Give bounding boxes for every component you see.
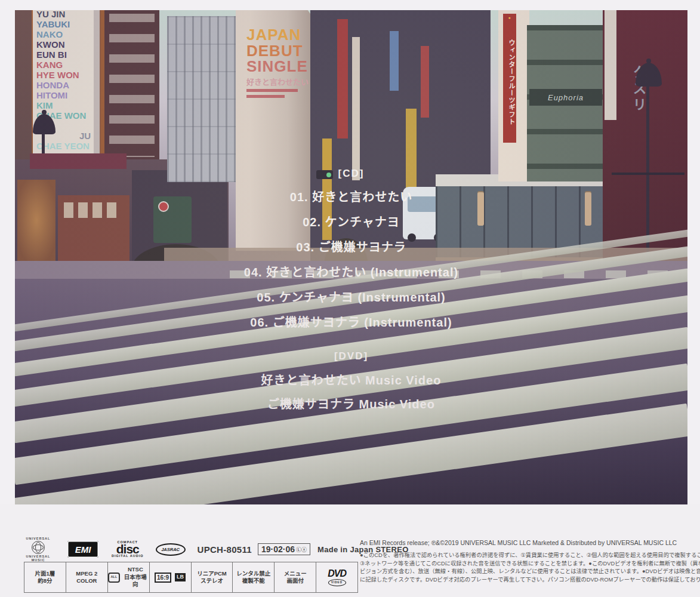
dvd-item: ご機嫌サヨナラ Music Video	[15, 392, 687, 416]
spec-menu: メニュー 画面付	[274, 562, 316, 592]
release-date-box: 19·02·06 Ⓛⓧ	[258, 543, 310, 555]
cd-track: 04. 好きと言わせたい (Instrumental)	[15, 260, 687, 285]
member-name: YABUKI	[36, 19, 100, 29]
universal-globe-icon	[32, 541, 45, 554]
label-logos-row: UNIVERSAL UNIVERSAL MUSIC EMI COMPACT di…	[20, 536, 409, 563]
spec-text: NTSC	[122, 566, 149, 573]
spec-text: 日本市場向	[122, 574, 149, 589]
spec-text: COLOR	[76, 577, 97, 584]
debut-line-1: JAPAN	[246, 27, 309, 43]
member-name: KWON	[36, 39, 100, 50]
spec-mpeg: MPEG 2 COLOR	[66, 562, 107, 592]
universal-logo-top-text: UNIVERSAL	[20, 537, 57, 540]
spec-text: 約8分	[38, 577, 52, 584]
japan-debut-billboard: JAPAN DEBUT SINGLE 好きと言わせたい	[246, 27, 309, 98]
red-sign-strip	[337, 19, 348, 139]
jasrac-logo: JASRAC	[156, 543, 186, 556]
cd-track: 02. ケンチャナヨ	[15, 210, 687, 235]
member-name: CHAE YEON	[36, 141, 100, 151]
debut-subtitle: 好きと言わせたい	[246, 78, 309, 86]
cd-logo-bottom: DIGITAL AUDIO	[112, 555, 144, 558]
universal-music-logo: UNIVERSAL UNIVERSAL MUSIC	[20, 537, 57, 562]
album-back-cover: YU JIN YABUKI NAKO KWON EUN BI KANG HYE …	[0, 0, 700, 597]
universal-logo-bottom-text: UNIVERSAL MUSIC	[20, 555, 57, 562]
white-vertical-sign	[605, 10, 616, 120]
debut-small-text-bar	[246, 89, 298, 92]
member-name: KIM	[36, 100, 100, 110]
dvd-section-label: [DVD]	[15, 349, 687, 364]
billboard-shadow	[94, 10, 101, 161]
catalog-number: UPCH-80511	[198, 544, 252, 555]
dvd-video-logo: DVD VIDEO	[316, 562, 357, 592]
legal-line: に記録したディスクです。DVDビデオ対応のプレーヤーで再生して下さい。パソコン搭…	[360, 576, 695, 584]
info-band: UNIVERSAL UNIVERSAL MUSIC EMI COMPACT di…	[0, 504, 700, 597]
spec-text: メニュー	[284, 570, 307, 577]
legal-line: ③ネットワーク等を通じてこのCDに収録された音を送信できる状態にすることを禁じま…	[360, 560, 695, 568]
cd-track: 06. ご機嫌サヨナラ (Instrumental)	[15, 310, 687, 335]
letterbox-box: LB	[175, 573, 186, 581]
release-date: 19·02·06	[261, 544, 295, 554]
release-date-marks: Ⓛⓧ	[296, 546, 307, 553]
spec-audio: リニアPCM ステレオ	[191, 562, 233, 592]
debut-small-text-bar	[246, 95, 285, 98]
winter-fruit-gift-banner: ウィンターフルーツギフト	[503, 14, 516, 143]
aspect-ratio-box: 16:9	[155, 573, 171, 583]
debut-line-2: DEBUT	[246, 43, 309, 59]
member-name: KANG	[36, 60, 100, 70]
spec-rental: レンタル禁止 複製不能	[232, 562, 274, 592]
dvd-item: 好きと言わせたい Music Video	[15, 368, 687, 392]
legal-lines: ●このCDを、著作権法で認められている権利者の許諾を得ずに、①賃貸業に使用するこ…	[360, 552, 695, 584]
white-sign-strip	[352, 37, 360, 180]
legal-line: ビジョン方式を含む）、放送（無線・有線）、公開上映、レンタルなどに使用することは…	[360, 568, 695, 576]
red-sign-strip-2	[421, 46, 429, 118]
debut-line-3: SINGLE	[246, 59, 309, 75]
member-name: NAKO	[36, 29, 100, 39]
spec-text: MPEG 2	[76, 570, 97, 577]
member-name: HYE WON	[36, 70, 100, 80]
street-photo: YU JIN YABUKI NAKO KWON EUN BI KANG HYE …	[15, 10, 687, 504]
release-credit-line: An EMI Records release; ℗&©2019 UNIVERSA…	[360, 539, 695, 546]
spec-disc-capacity: 片面1層 約8分	[24, 562, 66, 592]
cd-section-label: [CD]	[15, 167, 687, 181]
dvd-spec-table: 片面1層 約8分 MPEG 2 COLOR ALL NTSC 日本市場向 16:…	[24, 562, 358, 593]
cd-logo-main: disc	[112, 544, 144, 555]
compact-disc-logo: COMPACT disc DIGITAL AUDIO	[112, 541, 144, 558]
euphoria-sign: Euphoria	[529, 89, 602, 106]
spec-text: ステレオ	[201, 577, 223, 584]
emi-logo: EMI	[67, 541, 98, 558]
blue-sign-strip	[390, 31, 399, 91]
member-name: HONDA	[36, 80, 100, 90]
member-name: EUN BI	[36, 50, 100, 60]
dvd-item-list: 好きと言わせたい Music Videoご機嫌サヨナラ Music Video	[15, 368, 687, 416]
cd-track: 03. ご機嫌サヨナラ	[15, 235, 687, 260]
legal-line: ●このCDを、著作権法で認められている権利者の許諾を得ずに、①賃貸業に使用するこ…	[360, 552, 695, 560]
cd-track-list: 01. 好きと言わせたい02. ケンチャナヨ03. ご機嫌サヨナラ04. 好きと…	[15, 184, 687, 335]
spec-text: レンタル禁止	[236, 570, 270, 577]
dvd-logo-ellipse: VIDEO	[328, 579, 346, 586]
member-name: YU JIN	[36, 10, 100, 19]
dvd-logo-text: DVD	[328, 569, 346, 578]
member-name: HITOMI	[36, 90, 100, 100]
cd-track: 05. ケンチャナヨ (Instrumental)	[15, 285, 687, 310]
brick-building	[104, 10, 159, 161]
gray-office-building	[167, 16, 240, 182]
region-all-icon: ALL	[108, 573, 120, 583]
spec-text: 画面付	[286, 577, 304, 584]
legal-text-column: An EMI Records release; ℗&©2019 UNIVERSA…	[360, 539, 695, 584]
spec-text: リニアPCM	[197, 570, 227, 577]
cd-track: 01. 好きと言わせたい	[15, 184, 687, 210]
tracklist-overlay: [CD] 01. 好きと言わせたい02. ケンチャナヨ03. ご機嫌サヨナラ04…	[15, 167, 687, 416]
spec-text: 片面1層	[35, 570, 55, 577]
spec-text: 複製不能	[242, 577, 265, 584]
spec-region-ntsc: ALL NTSC 日本市場向	[107, 562, 149, 592]
spec-aspect-ratio: 16:9 LB	[149, 562, 191, 592]
